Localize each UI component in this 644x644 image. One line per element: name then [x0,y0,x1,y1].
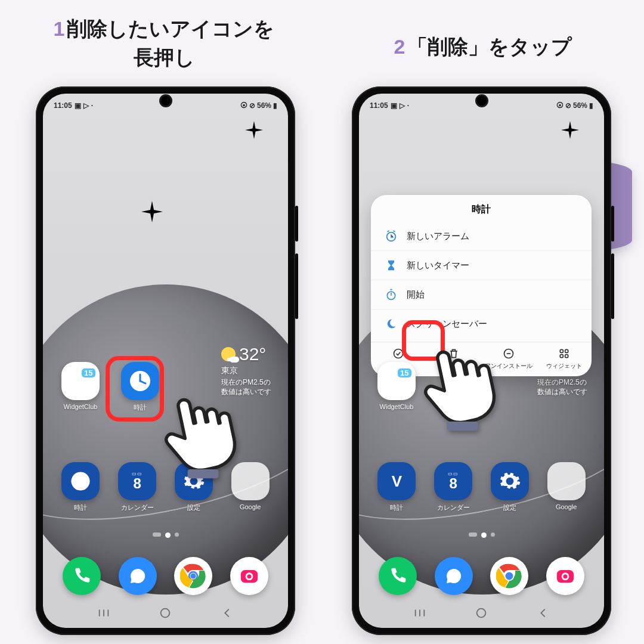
popup-item-new-alarm[interactable]: 新しいアラーム [371,222,592,250]
status-time: 11:05 [54,101,72,110]
battery-percent: 56% [257,101,271,110]
nav-recents[interactable] [97,606,110,620]
page-indicator[interactable] [43,532,288,538]
svg-point-10 [247,574,252,578]
app-widgetclub[interactable]: 15 WidgetClub [372,362,421,410]
popup-item-start[interactable]: 開始 [371,280,592,309]
sparkle-icon [245,121,263,139]
page-indicator[interactable] [359,532,604,538]
status-bar: 11:05▣▷· ⦿⊘56%▮ [370,100,593,112]
popup-title: 時計 [371,203,592,222]
svg-point-11 [161,609,170,618]
svg-rect-20 [565,355,568,358]
svg-point-26 [564,574,568,578]
svg-point-7 [191,573,196,578]
clock-icon: V [377,462,416,500]
dock-chrome[interactable] [490,557,528,595]
status-play-icon: ▷ [83,101,89,110]
nav-bar [43,606,288,620]
nav-recents[interactable] [413,606,426,620]
highlight-target [106,356,164,422]
step-2-title: 2「削除」をタップ [340,33,626,61]
app-clock-2[interactable]: V時計 [372,462,421,512]
folder-icon [231,462,270,500]
nav-bar [359,606,604,620]
sparkle-icon [561,121,579,139]
widgetclub-icon: 15 [377,362,416,400]
phone-frame-1: 11:05 ▣ ▷ · ⦿ ⊘ 56% ▮ 32° 東京 現在のPM2.5の数値… [36,86,295,635]
dock [54,552,277,600]
dock-camera[interactable] [230,557,268,595]
app-clock-2[interactable]: V 時計 [56,462,105,512]
no-signal-icon: ⊘ [249,101,255,110]
step-1-number: 1 [54,17,65,40]
svg-rect-17 [560,349,563,352]
app-row-2: V時計 ▭▭8カレンダー 設定 Google [359,462,604,512]
svg-rect-28 [447,422,478,431]
pointer-hand-icon [419,344,496,437]
calendar-icon: ▭▭8 [434,462,472,500]
step-1-title: 1削除したいアイコンを 長押し [21,15,307,72]
status-image-icon: ▣ [75,101,81,110]
svg-rect-12 [188,469,219,478]
app-settings[interactable]: 設定 [485,462,534,512]
phone-1-homescreen[interactable]: 11:05 ▣ ▷ · ⦿ ⊘ 56% ▮ 32° 東京 現在のPM2.5の数値… [43,94,288,628]
dock-chrome[interactable] [174,557,212,595]
step-2-number: 2 [394,35,405,58]
pointer-hand-icon [159,392,237,485]
phone-2-homescreen[interactable]: 11:05▣▷· ⦿⊘56%▮ 32° 東京 現在のPM2.5の数値は高いです … [359,94,604,628]
nav-home[interactable] [159,606,172,620]
popup-item-new-timer[interactable]: 新しいタイマー [371,250,592,280]
nav-back[interactable] [221,606,234,620]
status-bar: 11:05 ▣ ▷ · ⦿ ⊘ 56% ▮ [54,100,277,112]
app-calendar[interactable]: ▭▭8カレンダー [429,462,478,512]
svg-text:V: V [77,475,85,488]
svg-point-27 [477,609,486,618]
folder-icon [547,462,586,500]
grid-icon [558,347,571,360]
wifi-icon: ⦿ [240,101,247,110]
battery-icon: ▮ [273,101,277,110]
widgetclub-icon: 15 [61,362,100,400]
app-google-folder[interactable]: Google [542,462,591,512]
svg-rect-19 [560,355,563,358]
app-calendar[interactable]: ▭▭8 カレンダー [113,462,162,512]
phone-frame-2: 11:05▣▷· ⦿⊘56%▮ 32° 東京 現在のPM2.5の数値は高いです … [352,86,611,635]
nav-back[interactable] [537,606,550,620]
dock-messages[interactable] [435,557,473,595]
dock-phone[interactable] [379,557,417,595]
minus-circle-icon [502,347,515,360]
svg-point-23 [506,572,513,580]
weather-sun-icon [221,347,236,361]
dock-phone[interactable] [63,557,101,595]
dock-messages[interactable] [119,557,157,595]
alarm-icon [384,229,398,243]
app-widgetclub[interactable]: 15 WidgetClub [56,362,105,412]
nav-home[interactable] [475,606,488,620]
svg-rect-18 [565,349,568,352]
moon-icon [384,317,398,331]
calendar-icon: ▭▭8 [118,462,156,500]
gear-icon [491,462,529,500]
sparkle-icon [141,201,163,222]
hourglass-icon [384,258,398,273]
stopwatch-icon [384,287,398,302]
dock-camera[interactable] [546,557,584,595]
dock [370,552,593,600]
clock-icon: V [61,462,100,500]
